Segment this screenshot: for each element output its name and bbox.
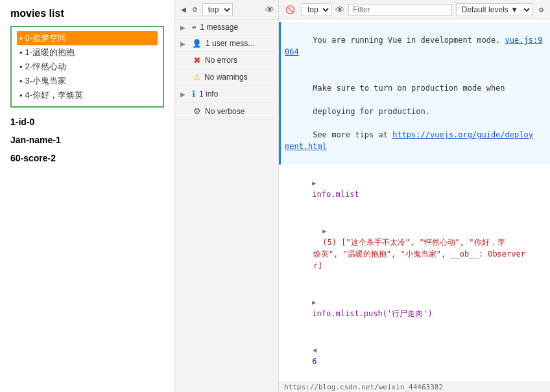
block-button[interactable]: ⊘	[191, 4, 200, 15]
movie-list: •0-盗梦空间•1-温暖的抱抱•2-怦然心动•3-小鬼当家•4-你好，李焕英	[10, 26, 164, 108]
chevron-icon	[180, 24, 185, 31]
middle-items-list: ≡ 1 message 👤 1 user mess... ✖ No errors…	[175, 19, 278, 392]
left-panel: movies list •0-盗梦空间•1-温暖的抱抱•2-怦然心动•3-小鬼当…	[0, 0, 175, 392]
warning-icon: ⚠	[193, 73, 200, 82]
movie-list-item[interactable]: •2-怦然心动	[17, 60, 158, 74]
gear-icon: ⚙	[193, 106, 201, 116]
movie-list-item[interactable]: •3-小鬼当家	[17, 74, 158, 88]
eye-icon[interactable]: 👁	[335, 5, 344, 15]
result-prefix: ◀	[312, 345, 317, 354]
bottom-url: https://blog.csdn.net/weixin_44463382	[284, 383, 443, 391]
console-line-vue-info-2: Make sure to turn on production mode whe…	[279, 70, 550, 165]
movie-list-items: •0-盗梦空间•1-温暖的抱抱•2-怦然心动•3-小鬼当家•4-你好，李焕英	[17, 31, 158, 102]
movies-list-title: movies list	[10, 8, 164, 19]
errors-label: No errors	[205, 56, 237, 65]
settings-button[interactable]: ⚙	[536, 5, 546, 15]
cmd-push: info.mlist.push('行尸走肉')	[312, 309, 432, 318]
console-line-push-result: ◀ 6	[279, 332, 550, 380]
context-select[interactable]: top	[202, 3, 233, 16]
user-messages-item[interactable]: 👤 1 user mess...	[175, 36, 278, 52]
bullet-icon: •	[19, 76, 23, 86]
warnings-label: No warnings	[204, 73, 248, 82]
movie-item-text: 3-小鬼当家	[25, 75, 67, 87]
clear-console-button[interactable]: 🚫	[283, 5, 298, 15]
verbose-item[interactable]: ⚙ No verbose	[175, 103, 278, 120]
info-id: 1-id-0	[10, 117, 164, 127]
error-icon: ✖	[193, 55, 201, 65]
info-score: 60-score-2	[10, 153, 164, 163]
top-context-select[interactable]: top	[302, 3, 331, 16]
console-line-push[interactable]: info.mlist.push('行尸走肉')	[279, 284, 550, 332]
info-name: Jan-name-1	[10, 135, 164, 145]
bullet-icon: •	[19, 48, 23, 58]
list-icon: ≡	[192, 23, 196, 31]
bullet-icon: •	[19, 62, 23, 72]
deploy-link[interactable]: https://vuejs.org/guide/deployment.html	[285, 130, 533, 151]
info-block: 1-id-0 Jan-name-1 60-score-2	[10, 117, 164, 163]
push-result-val: 6	[312, 357, 317, 366]
movie-list-item[interactable]: •1-温暖的抱抱	[17, 45, 158, 60]
expand-arrow-icon	[312, 299, 316, 306]
info-label: 1 info	[199, 89, 218, 98]
console-line-vue-info: You are running Vue in development mode.…	[279, 22, 550, 70]
info-icon: ℹ	[192, 89, 195, 99]
eye-icon[interactable]: 👁	[265, 5, 274, 15]
movie-list-item[interactable]: •4-你好，李焕英	[17, 88, 158, 102]
errors-item[interactable]: ✖ No errors	[175, 52, 278, 69]
right-toolbar: 🚫 top 👁 Default levels ▼ ⚙	[279, 0, 550, 19]
info-item[interactable]: ℹ 1 info	[175, 86, 278, 103]
messages-item[interactable]: ≡ 1 message	[175, 19, 278, 36]
messages-label: 1 message	[200, 23, 238, 32]
middle-toolbar: ◀ ⊘ top 👁	[175, 0, 278, 19]
expand-arrow-icon	[312, 179, 316, 187]
back-button[interactable]: ◀	[179, 4, 188, 15]
movie-item-text: 1-温暖的抱抱	[25, 47, 75, 58]
movie-item-text: 2-怦然心动	[25, 61, 67, 73]
console-output: You are running Vue in development mode.…	[279, 19, 550, 382]
bullet-icon: •	[19, 34, 23, 43]
levels-select[interactable]: Default levels ▼	[456, 3, 532, 16]
console-line-mlist[interactable]: info.mlist	[279, 165, 550, 213]
warnings-item[interactable]: ⚠ No warnings	[175, 69, 278, 86]
verbose-label: No verbose	[205, 107, 245, 116]
filter-input[interactable]	[348, 4, 452, 16]
chevron-icon	[180, 40, 185, 47]
movie-list-item[interactable]: •0-盗梦空间	[17, 31, 158, 45]
right-panel: 🚫 top 👁 Default levels ▼ ⚙ You are runni…	[279, 0, 550, 392]
bottom-bar: https://blog.csdn.net/weixin_44463382	[279, 382, 550, 392]
middle-panel: ◀ ⊘ top 👁 ≡ 1 message 👤 1 user mess... ✖…	[175, 0, 279, 392]
expand-arrow-icon	[322, 227, 326, 235]
chevron-icon	[180, 91, 185, 98]
console-line-mlist-val: (5) ["这个杀手不太冷", "怦然心动", "你好，李 焕英", "温暖的抱…	[279, 213, 550, 284]
bullet-icon: •	[19, 91, 23, 100]
movie-item-text: 0-盗梦空间	[25, 32, 67, 44]
vue-link[interactable]: vue.js:9064	[285, 36, 542, 56]
user-icon: 👤	[192, 39, 202, 48]
movie-item-text: 4-你好，李焕英	[25, 89, 84, 101]
user-messages-label: 1 user mess...	[206, 39, 254, 48]
cmd-mlist: info.mlist	[312, 190, 359, 199]
mlist-value: (5) ["这个杀手不太冷", "怦然心动", "你好，李 焕英", "温暖的抱…	[294, 238, 525, 270]
